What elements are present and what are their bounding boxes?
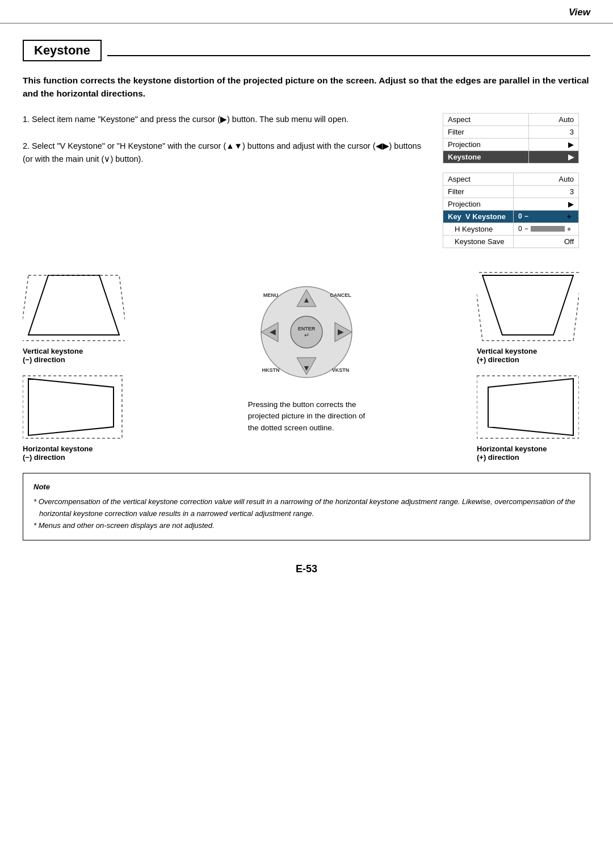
menu2-row-keystone-save: Keystone Save Off bbox=[443, 235, 579, 248]
vert-plus-shape bbox=[477, 270, 579, 343]
page-container: View Keystone This function corrects the… bbox=[0, 0, 613, 868]
menu1-row-aspect: Aspect Auto bbox=[443, 113, 579, 125]
h-keystone-bar bbox=[531, 226, 565, 232]
diagram-horiz-plus: Horizontal keystone (+) direction bbox=[477, 373, 590, 462]
note-label: Note bbox=[33, 481, 580, 493]
horiz-minus-shape bbox=[23, 373, 125, 441]
diagram-center: ENTER ↵ ▲ ▼ ◀ ▶ MENU bbox=[148, 270, 465, 435]
menu1-row-keystone: Keystone ▶ bbox=[443, 150, 579, 163]
note-line-1: Overcompensation of the vertical keyston… bbox=[39, 496, 580, 520]
diagram-vert-minus: Vertical keystone (−) direction bbox=[23, 270, 136, 364]
page-section-title: View bbox=[569, 7, 590, 18]
vert-minus-label: Vertical keystone (−) direction bbox=[23, 347, 83, 364]
step-2: 2. Select "V Keystone" or "H Keystone" w… bbox=[23, 140, 426, 166]
remote-control-svg: ENTER ↵ ▲ ▼ ◀ ▶ MENU bbox=[247, 275, 366, 389]
menu-table-1: Aspect Auto Filter 3 Projection ▶ Keys bbox=[443, 113, 579, 163]
svg-text:ENTER: ENTER bbox=[298, 326, 316, 332]
svg-text:▼: ▼ bbox=[303, 363, 310, 372]
section-heading-box: Keystone bbox=[23, 40, 102, 61]
svg-text:↵: ↵ bbox=[304, 332, 309, 338]
svg-marker-3 bbox=[28, 379, 114, 435]
step-1: 1. Select item name "Keystone" and press… bbox=[23, 113, 426, 126]
intro-paragraph: This function corrects the keystone dist… bbox=[23, 74, 590, 100]
diagrams-left: Vertical keystone (−) direction Horizont… bbox=[23, 270, 136, 462]
top-bar: View bbox=[0, 0, 613, 24]
horiz-plus-label: Horizontal keystone (+) direction bbox=[477, 445, 547, 462]
svg-marker-2 bbox=[23, 275, 125, 341]
svg-text:HKSTN: HKSTN bbox=[262, 367, 280, 373]
note-line-2: Menus and other on-screen displays are n… bbox=[39, 520, 580, 532]
menu1-row-projection: Projection ▶ bbox=[443, 138, 579, 150]
page-number: E-53 bbox=[23, 563, 590, 586]
menu2-row-aspect: Aspect Auto bbox=[443, 173, 579, 185]
step-1-text: 1. Select item name "Keystone" and press… bbox=[23, 115, 349, 124]
pressing-text: Pressing the button corrects the project… bbox=[248, 399, 365, 435]
main-content: Keystone This function corrects the keys… bbox=[0, 24, 613, 609]
svg-marker-21 bbox=[482, 275, 573, 335]
menu2-row-projection: Projection ▶ bbox=[443, 198, 579, 210]
vert-plus-label: Vertical keystone (+) direction bbox=[477, 347, 537, 364]
horiz-plus-shape bbox=[477, 373, 579, 441]
steps-column: 1. Select item name "Keystone" and press… bbox=[23, 113, 426, 257]
svg-marker-4 bbox=[23, 376, 122, 438]
svg-marker-24 bbox=[477, 376, 579, 438]
svg-marker-0 bbox=[28, 275, 119, 335]
svg-text:VKSTN: VKSTN bbox=[332, 367, 350, 373]
svg-marker-22 bbox=[477, 272, 579, 341]
vert-minus-shape bbox=[23, 270, 125, 343]
section-title: Keystone bbox=[34, 43, 90, 58]
svg-marker-23 bbox=[488, 379, 573, 435]
menu2-row-vkeystone: Key V Keystone 0 − + bbox=[443, 210, 579, 223]
step-2-text: 2. Select "V Keystone" or "H Keystone" w… bbox=[23, 141, 421, 163]
svg-text:CANCEL: CANCEL bbox=[330, 292, 351, 298]
menu2-row-hkeystone: H Keystone 0 − + bbox=[443, 223, 579, 235]
menu1-row-filter: Filter 3 bbox=[443, 125, 579, 138]
diagram-horiz-minus: Horizontal keystone (−) direction bbox=[23, 373, 136, 462]
horiz-minus-label: Horizontal keystone (−) direction bbox=[23, 445, 93, 462]
menu-table-2: Aspect Auto Filter 3 Projection ▶ Key bbox=[443, 173, 579, 248]
svg-text:▲: ▲ bbox=[303, 295, 310, 304]
diagrams-section: Vertical keystone (−) direction Horizont… bbox=[23, 270, 590, 462]
svg-text:MENU: MENU bbox=[263, 292, 279, 298]
menu2-row-filter: Filter 3 bbox=[443, 185, 579, 198]
v-keystone-bar bbox=[531, 213, 565, 219]
note-box: Note Overcompensation of the vertical ke… bbox=[23, 473, 590, 540]
diagrams-right: Vertical keystone (+) direction Horizont… bbox=[477, 270, 590, 462]
steps-and-menus: 1. Select item name "Keystone" and press… bbox=[23, 113, 590, 257]
menus-column: Aspect Auto Filter 3 Projection ▶ Keys bbox=[443, 113, 590, 257]
svg-text:▶: ▶ bbox=[338, 327, 344, 336]
diagram-vert-plus: Vertical keystone (+) direction bbox=[477, 270, 590, 364]
svg-text:◀: ◀ bbox=[270, 327, 276, 336]
